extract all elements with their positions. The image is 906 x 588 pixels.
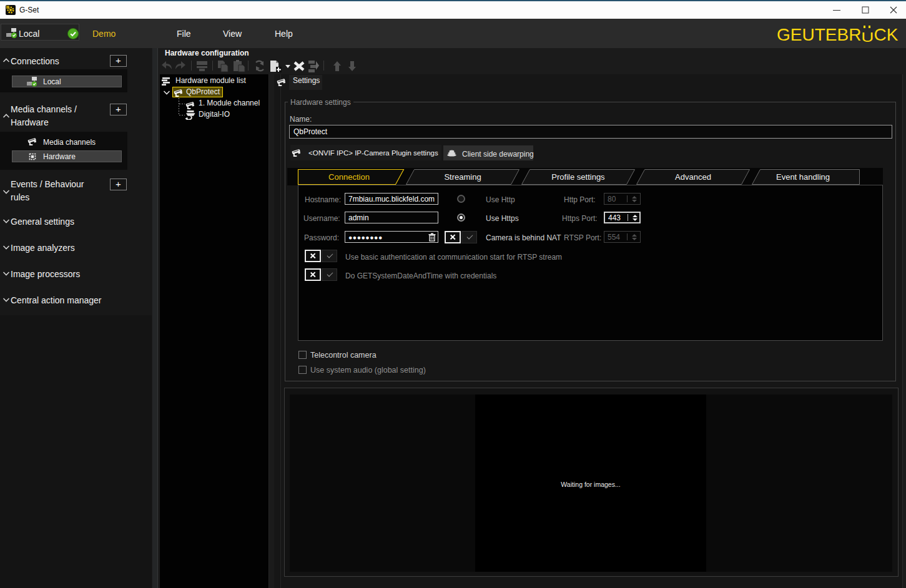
svg-text:Event handling: Event handling bbox=[776, 172, 830, 182]
svg-text:Streaming: Streaming bbox=[444, 172, 481, 182]
svg-text:Advanced: Advanced bbox=[675, 172, 711, 182]
svg-text:Connection: Connection bbox=[328, 172, 370, 182]
svg-text:Profile settings: Profile settings bbox=[551, 172, 605, 182]
